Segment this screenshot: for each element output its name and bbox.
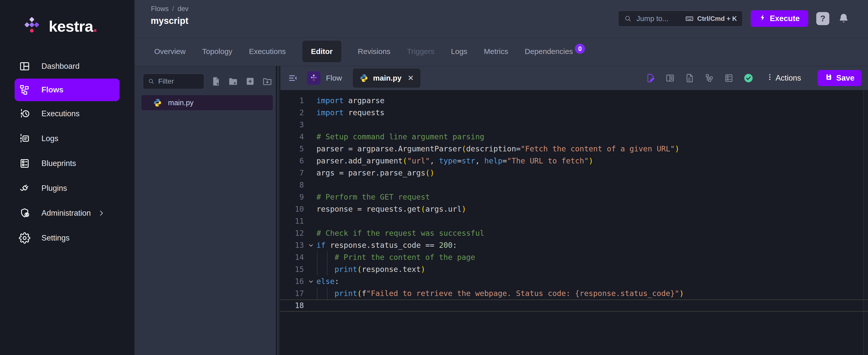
- editor-actions: Actions Save: [646, 70, 862, 86]
- line-number: 10: [280, 203, 305, 215]
- tab-logs[interactable]: Logs: [451, 47, 467, 56]
- fold-gutter: [305, 143, 316, 155]
- code-editor[interactable]: 1import argparse2import requests34# Setu…: [280, 90, 868, 355]
- page-title: myscript: [151, 15, 188, 26]
- sidebar-item-label: Logs: [41, 134, 58, 143]
- tab-revisions[interactable]: Revisions: [358, 47, 391, 56]
- tab-topology[interactable]: Topology: [202, 47, 232, 56]
- breadcrumb[interactable]: Flows / dev: [151, 5, 189, 13]
- split-panel-icon[interactable]: [665, 73, 675, 83]
- line-number: 1: [280, 95, 305, 107]
- file-lines-icon[interactable]: [685, 73, 695, 83]
- code-line-7[interactable]: 7args = parser.parse_args(): [280, 167, 868, 179]
- code-line-2[interactable]: 2import requests: [280, 107, 868, 119]
- line-number: 16: [280, 276, 305, 287]
- flow-editor-tab[interactable]: Flow: [307, 71, 342, 85]
- editor-toolbar: Flow main.py ✕ Actions Save: [280, 66, 868, 90]
- import-folder-icon[interactable]: [262, 76, 273, 87]
- actions-button[interactable]: Actions: [766, 73, 801, 83]
- collapse-sidebar-icon[interactable]: [288, 73, 298, 83]
- sidebar-item-flows[interactable]: Flows: [14, 78, 120, 101]
- code-text: # Print the content of the page: [316, 251, 475, 263]
- tab-label: Triggers: [407, 47, 434, 56]
- bolt-icon: [759, 14, 766, 23]
- code-line-11[interactable]: 11: [280, 215, 868, 227]
- fold-chevron-icon[interactable]: [305, 239, 316, 251]
- sidebar-item-administration[interactable]: Administration: [0, 201, 134, 225]
- code-line-15[interactable]: 15print(response.text): [280, 263, 868, 276]
- notifications-bell-icon[interactable]: [837, 12, 850, 25]
- blueprint-icon[interactable]: [724, 73, 734, 83]
- tab-label: Overview: [154, 47, 186, 56]
- python-file-icon: [360, 73, 368, 83]
- topology-icon[interactable]: [704, 73, 714, 83]
- plugins-icon: [19, 183, 30, 194]
- sidebar-item-executions[interactable]: Executions: [0, 101, 134, 126]
- code-line-5[interactable]: 5parser = argparse.ArgumentParser(descri…: [280, 143, 868, 155]
- code-line-1[interactable]: 1import argparse: [280, 95, 868, 107]
- fold-gutter: [305, 287, 316, 299]
- jump-to-search[interactable]: Jump to... Ctrl/Cmd + K: [618, 10, 743, 27]
- execute-button[interactable]: Execute: [751, 10, 808, 27]
- code-line-10[interactable]: 10response = requests.get(args.url): [280, 203, 868, 215]
- code-text: import argparse: [316, 95, 384, 107]
- breadcrumb-namespace[interactable]: dev: [178, 5, 189, 13]
- tab-label: Metrics: [484, 47, 508, 56]
- blueprints-icon: [19, 158, 30, 169]
- code-text: # Perform the GET request: [316, 191, 430, 203]
- valid-check-icon[interactable]: [743, 73, 753, 83]
- executions-icon: [19, 108, 30, 120]
- code-line-14[interactable]: 14# Print the content of the page: [280, 251, 868, 263]
- sidebar-item-plugins[interactable]: Plugins: [0, 176, 134, 201]
- code-line-6[interactable]: 6parser.add_argument("url", type=str, he…: [280, 155, 868, 167]
- code-lines: 1import argparse2import requests34# Setu…: [280, 90, 868, 312]
- file-tree-item-main-py[interactable]: main.py: [142, 95, 273, 110]
- tab-label: Executions: [249, 47, 286, 56]
- breadcrumb-flows[interactable]: Flows: [151, 5, 169, 13]
- code-line-3[interactable]: 3: [280, 119, 868, 131]
- tab-metrics[interactable]: Metrics: [484, 47, 508, 56]
- code-line-9[interactable]: 9# Perform the GET request: [280, 191, 868, 203]
- tab-dependencies[interactable]: Dependencies0: [525, 47, 585, 56]
- code-line-18[interactable]: 18: [280, 299, 868, 312]
- sidebar-item-dashboard[interactable]: Dashboard: [0, 54, 134, 78]
- kestra-mark-icon: [21, 15, 42, 37]
- kestra-logo[interactable]: kestra.: [0, 0, 134, 37]
- add-icon[interactable]: [245, 76, 255, 87]
- keyboard-icon: [685, 14, 694, 23]
- sidebar-item-blueprints[interactable]: Blueprints: [0, 151, 134, 176]
- sidebar-item-logs[interactable]: Logs: [0, 126, 134, 151]
- tab-triggers[interactable]: Triggers: [407, 47, 434, 56]
- tab-executions[interactable]: Executions: [249, 47, 286, 56]
- code-text: args = parser.parse_args(): [316, 167, 434, 179]
- code-text: if response.status_code == 200:: [316, 239, 457, 251]
- edit-doc-icon[interactable]: [646, 73, 655, 83]
- new-file-icon[interactable]: [211, 76, 221, 87]
- fold-gutter: [305, 119, 316, 131]
- line-number: 15: [280, 263, 305, 276]
- filter-input[interactable]: Filter: [143, 73, 204, 89]
- code-line-12[interactable]: 12# Check if the request was successful: [280, 227, 868, 239]
- code-line-4[interactable]: 4# Setup command line argument parsing: [280, 131, 868, 143]
- fold-chevron-icon[interactable]: [305, 276, 316, 287]
- sidebar-nav: Dashboard Flows Executions Logs Blueprin…: [0, 54, 134, 250]
- tab-label: Editor: [311, 47, 333, 56]
- dashboard-icon: [19, 61, 30, 72]
- code-line-13[interactable]: 13if response.status_code == 200:: [280, 239, 868, 251]
- new-folder-icon[interactable]: [228, 76, 238, 87]
- line-number: 12: [280, 227, 305, 239]
- tab-overview[interactable]: Overview: [154, 47, 186, 56]
- tab-editor[interactable]: Editor: [302, 41, 341, 62]
- sidebar-item-settings[interactable]: Settings: [0, 225, 134, 250]
- save-button[interactable]: Save: [818, 70, 862, 86]
- line-number: 11: [280, 215, 305, 227]
- panel-resize-handle[interactable]: [276, 66, 280, 355]
- file-tab-main-py[interactable]: main.py ✕: [353, 68, 421, 88]
- close-tab-icon[interactable]: ✕: [408, 73, 414, 82]
- code-line-8[interactable]: 8: [280, 179, 868, 191]
- code-line-16[interactable]: 16else:: [280, 276, 868, 287]
- help-button[interactable]: ?: [816, 12, 829, 25]
- fold-gutter: [305, 215, 316, 227]
- logs-icon: [19, 133, 30, 144]
- code-line-17[interactable]: 17print(f"Failed to retrieve the webpage…: [280, 287, 868, 299]
